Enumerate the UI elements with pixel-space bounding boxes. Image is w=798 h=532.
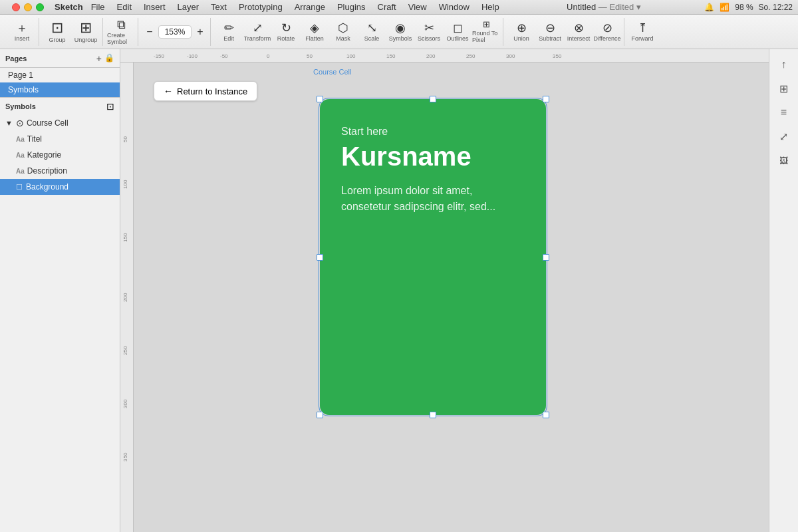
pages-controls: + 🔒 xyxy=(96,54,114,63)
resize-button[interactable]: ⤢ xyxy=(774,126,794,146)
arrange-icon: ≡ xyxy=(781,106,787,118)
svg-text:300: 300 xyxy=(506,53,515,59)
layer-titel[interactable]: Aa Titel xyxy=(0,131,120,147)
outlines-button[interactable]: ◻ Outlines xyxy=(444,19,471,45)
scale-button[interactable]: ⤡ Scale xyxy=(358,19,386,45)
difference-button[interactable]: ⊘ Difference xyxy=(593,19,621,45)
group-button[interactable]: ⊡ Group xyxy=(43,19,71,45)
tool-group-zoom: − 153% + xyxy=(140,18,211,46)
close-button[interactable] xyxy=(12,3,20,11)
rotate-icon: ↻ xyxy=(281,22,291,34)
menu-view[interactable]: View xyxy=(404,2,431,12)
svg-text:250: 250 xyxy=(122,346,128,355)
course-cell-symbol[interactable]: Start here Kursname Lorem ipsum dolor si… xyxy=(320,99,546,415)
svg-text:150: 150 xyxy=(386,53,396,59)
resize-handle-middle-right[interactable] xyxy=(543,254,549,261)
create-symbol-button[interactable]: ⧉ Create Symbol xyxy=(107,19,135,45)
menu-plugins[interactable]: Plugins xyxy=(333,2,370,12)
image-fill-button[interactable]: 🖼 xyxy=(774,150,794,170)
insert-icon: ＋ xyxy=(16,22,28,34)
sidebar-item-page1[interactable]: Page 1 xyxy=(0,68,120,82)
resize-handle-bottom-middle[interactable] xyxy=(430,412,436,418)
canvas-inner[interactable]: ← Return to Instance Course Cell Start xyxy=(134,63,769,532)
dropdown-arrow[interactable]: ▾ xyxy=(636,2,641,12)
mask-button[interactable]: ⬡ Mask xyxy=(329,19,357,45)
transform-button[interactable]: ⤢ Transform xyxy=(243,19,271,45)
mask-icon: ⬡ xyxy=(338,22,348,34)
menu-craft[interactable]: Craft xyxy=(374,2,400,12)
layers-options-button[interactable]: ⊡ xyxy=(106,101,114,112)
group-icon: ⊡ xyxy=(51,21,63,35)
toolbar: ＋ Insert ⊡ Group ⊞ Ungroup ⧉ Create Symb… xyxy=(0,15,798,49)
zoom-out-button[interactable]: − xyxy=(142,19,157,45)
ungroup-icon: ⊞ xyxy=(80,21,92,35)
minimize-button[interactable] xyxy=(24,3,32,11)
align-button[interactable]: ⊞ xyxy=(774,78,794,98)
menu-arrange[interactable]: Arrange xyxy=(291,2,329,12)
card-subtitle: Start here xyxy=(341,126,525,138)
canvas-area[interactable]: -150 -100 -50 0 50 100 150 200 250 300 3… xyxy=(120,49,769,532)
insert-button[interactable]: ＋ Insert xyxy=(8,19,36,45)
maximize-button[interactable] xyxy=(36,3,44,11)
notification-icon: 🔔 xyxy=(704,3,714,12)
menu-layer[interactable]: Layer xyxy=(174,2,203,12)
resize-icon: ⤢ xyxy=(779,130,788,143)
card-title: Kursname xyxy=(341,142,525,171)
card-description: Lorem ipsum dolor sit amet, consetetur s… xyxy=(341,183,525,215)
resize-handle-bottom-left[interactable] xyxy=(317,412,323,418)
arrange-layers-button[interactable]: ≡ xyxy=(774,102,794,122)
resize-handle-top-left[interactable] xyxy=(317,96,323,102)
plus-icon: + xyxy=(197,27,203,37)
round-to-pixel-button[interactable]: ⊞ Round To Pixel xyxy=(472,19,500,45)
resize-handle-bottom-right[interactable] xyxy=(543,412,549,418)
sidebar-item-symbols[interactable]: Symbols xyxy=(0,82,120,97)
menu-file[interactable]: File xyxy=(87,2,109,12)
image-icon: 🖼 xyxy=(779,156,788,166)
zoom-level[interactable]: 153% xyxy=(158,25,192,39)
intersect-button[interactable]: ⊗ Intersect xyxy=(565,19,593,45)
layer-description[interactable]: Aa Description xyxy=(0,163,120,179)
menu-insert[interactable]: Insert xyxy=(140,2,170,12)
return-to-instance-button[interactable]: ← Return to Instance xyxy=(154,81,257,101)
align-icon: ⊞ xyxy=(779,82,788,95)
scissors-icon: ✂ xyxy=(424,22,434,34)
add-page-button[interactable]: + xyxy=(96,54,102,63)
export-button[interactable]: ↑ xyxy=(774,55,794,74)
forward-button[interactable]: ⤒ Forward xyxy=(628,19,656,45)
flatten-button[interactable]: ◈ Flatten xyxy=(301,19,329,45)
flatten-icon: ◈ xyxy=(310,22,319,34)
subtract-icon: ⊖ xyxy=(545,22,555,34)
tool-group-edit: ✏ Edit ⤢ Transform ↻ Rotate ◈ Flatten ⬡ … xyxy=(212,18,503,46)
tool-group-insert: ＋ Insert xyxy=(5,18,39,46)
resize-handle-top-middle[interactable] xyxy=(430,96,436,102)
forward-icon: ⤒ xyxy=(638,22,648,34)
layer-background[interactable]: ☐ Background xyxy=(0,179,120,195)
layers-section: Symbols ⊡ ▼ ⊙ Course Cell Aa Titel Aa Ka… xyxy=(0,97,120,532)
union-button[interactable]: ⊕ Union xyxy=(507,19,535,45)
rotate-button[interactable]: ↻ Rotate xyxy=(272,19,300,45)
wifi-icon: 📶 xyxy=(720,3,730,12)
difference-icon: ⊘ xyxy=(602,22,612,34)
subtract-button[interactable]: ⊖ Subtract xyxy=(536,19,564,45)
svg-text:300: 300 xyxy=(122,399,128,408)
menu-help[interactable]: Help xyxy=(477,2,503,12)
edit-button[interactable]: ✏ Edit xyxy=(215,19,243,45)
ungroup-button[interactable]: ⊞ Ungroup xyxy=(72,19,100,45)
transform-icon: ⤢ xyxy=(253,22,263,34)
tool-group-boolean: ⊕ Union ⊖ Subtract ⊗ Intersect ⊘ Differe… xyxy=(505,18,624,46)
layer-kategorie[interactable]: Aa Kategorie xyxy=(0,147,120,163)
menu-window[interactable]: Window xyxy=(435,2,473,12)
zoom-in-button[interactable]: + xyxy=(193,19,207,45)
app-name: Sketch xyxy=(55,2,83,12)
layers-header: Symbols ⊡ xyxy=(0,98,120,115)
resize-handle-top-right[interactable] xyxy=(543,96,549,102)
menu-text[interactable]: Text xyxy=(207,2,231,12)
symbols-button[interactable]: ◉ Symbols xyxy=(386,19,414,45)
resize-handle-middle-left[interactable] xyxy=(317,254,323,261)
lock-page-button[interactable]: 🔒 xyxy=(104,54,114,63)
symbol-name-label: Course Cell xyxy=(313,68,351,76)
menu-prototyping[interactable]: Prototyping xyxy=(235,2,287,12)
scissors-button[interactable]: ✂ Scissors xyxy=(415,19,443,45)
layer-course-cell[interactable]: ▼ ⊙ Course Cell xyxy=(0,115,120,131)
menu-edit[interactable]: Edit xyxy=(113,2,136,12)
